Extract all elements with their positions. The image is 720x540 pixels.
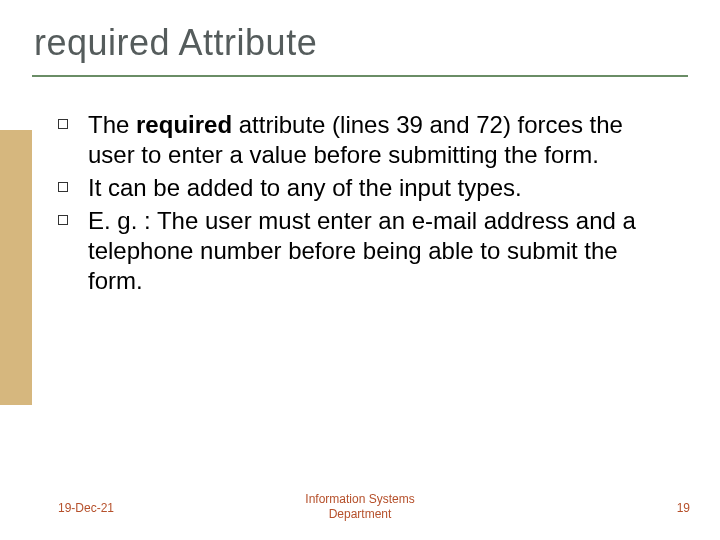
title-underline (32, 75, 688, 77)
square-bullet-icon (58, 182, 68, 192)
bullet-text: It can be added to any of the input type… (88, 174, 522, 201)
square-bullet-icon (58, 215, 68, 225)
text-strong: required (136, 111, 232, 138)
footer-center: Information Systems Department (0, 492, 720, 522)
list-item: It can be added to any of the input type… (52, 173, 672, 203)
slide-title: required Attribute (34, 22, 317, 64)
text-suffix: E. g. : The user must enter an e-mail ad… (88, 207, 636, 294)
list-item: The required attribute (lines 39 and 72)… (52, 110, 672, 170)
list-item: E. g. : The user must enter an e-mail ad… (52, 206, 672, 296)
text-suffix: It can be added to any of the input type… (88, 174, 522, 201)
footer-page-number: 19 (677, 501, 690, 515)
footer-center-line2: Department (329, 507, 392, 521)
bullet-text: E. g. : The user must enter an e-mail ad… (88, 207, 636, 294)
accent-sidebar (0, 130, 32, 405)
content-area: The required attribute (lines 39 and 72)… (52, 110, 672, 299)
footer-center-line1: Information Systems (305, 492, 414, 506)
text-prefix: The (88, 111, 136, 138)
square-bullet-icon (58, 119, 68, 129)
bullet-text: The required attribute (lines 39 and 72)… (88, 111, 623, 168)
slide: required Attribute The required attribut… (0, 0, 720, 540)
